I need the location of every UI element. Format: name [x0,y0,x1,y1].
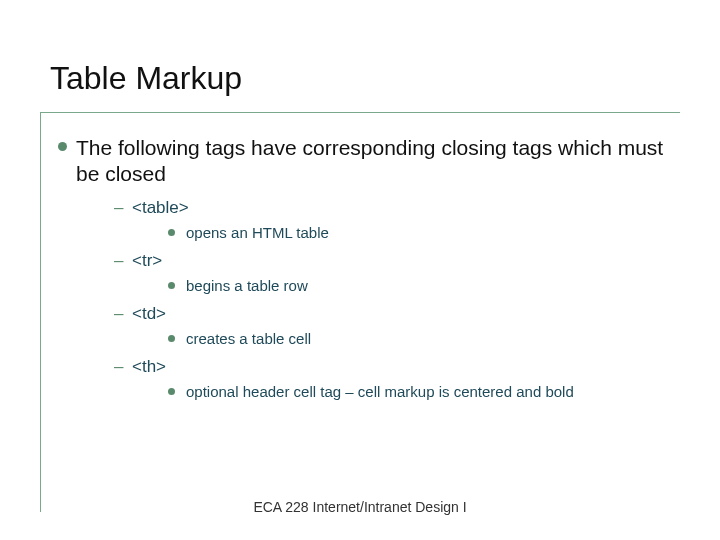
slide: Table Markup The following tags have cor… [0,0,720,540]
slide-title: Table Markup [50,60,242,97]
dash-icon: – [114,198,123,218]
list-item: – <tr> [114,251,690,271]
tag-label: <table> [132,198,189,217]
dash-icon: – [114,251,123,271]
list-item-desc: optional header cell tag – cell markup i… [168,383,690,400]
intro-text: The following tags have corresponding cl… [76,136,663,185]
dash-icon: – [114,304,123,324]
title-rule [40,112,680,113]
title-wrap: Table Markup [50,60,242,97]
list-item: – <th> [114,357,690,377]
list-item-desc: begins a table row [168,277,690,294]
desc-text: optional header cell tag – cell markup i… [186,383,574,400]
desc-text: begins a table row [186,277,308,294]
list-item: – <td> [114,304,690,324]
desc-text: opens an HTML table [186,224,329,241]
dash-icon: – [114,357,123,377]
bullet-icon [168,229,175,236]
bullet-icon [168,388,175,395]
title-vertical-rule [40,112,41,512]
tag-label: <th> [132,357,166,376]
tag-label: <td> [132,304,166,323]
slide-footer: ECA 228 Internet/Intranet Design I [0,499,720,515]
tag-label: <tr> [132,251,162,270]
bullet-icon [58,142,67,151]
desc-text: creates a table cell [186,330,311,347]
list-item-desc: opens an HTML table [168,224,690,241]
bullet-icon [168,335,175,342]
bullet-icon [168,282,175,289]
list-item: – <table> [114,198,690,218]
intro-bullet: The following tags have corresponding cl… [58,135,690,188]
slide-body: The following tags have corresponding cl… [58,135,690,402]
list-item-desc: creates a table cell [168,330,690,347]
